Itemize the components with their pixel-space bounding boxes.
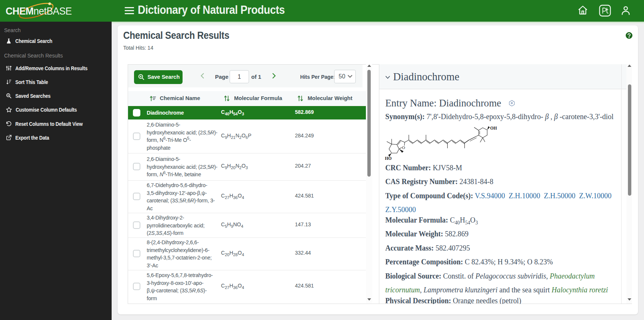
svg-text:HO: HO — [385, 156, 392, 161]
svg-text:O: O — [402, 145, 405, 150]
svg-text:OH: OH — [490, 126, 497, 130]
